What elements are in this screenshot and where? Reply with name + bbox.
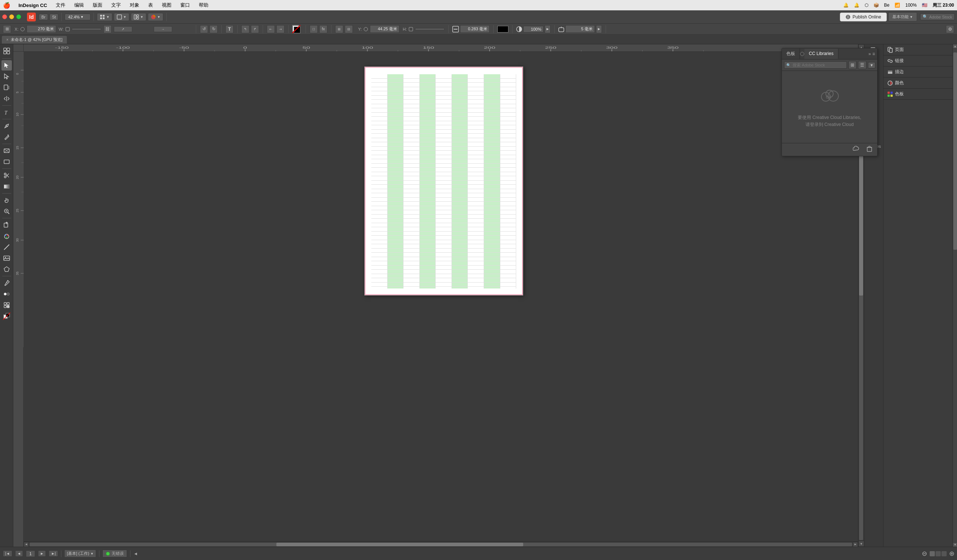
flow-btn1[interactable]: ↰ <box>241 25 250 33</box>
frame-options-button[interactable]: ▼ <box>114 13 129 21</box>
image-tool[interactable] <box>2 253 12 263</box>
menu-object[interactable]: 对象 <box>128 1 142 9</box>
polygon-tool[interactable] <box>2 264 12 274</box>
swatches-panel-header[interactable]: 色板 <box>883 89 957 100</box>
opacity-more-btn[interactable]: ▶ <box>545 25 551 33</box>
minimize-traffic-light[interactable] <box>9 14 14 19</box>
cc-footer-delete-btn[interactable] <box>865 145 874 155</box>
flow-btn4[interactable]: ⇢ <box>276 25 284 33</box>
line-tool[interactable] <box>2 242 12 252</box>
cc-dropdown-btn[interactable]: ▼ <box>868 62 875 68</box>
type-tool[interactable]: T <box>2 107 12 117</box>
quick-apply-btn[interactable] <box>2 46 12 56</box>
color-panel-header[interactable]: 颜色 <box>883 77 957 89</box>
scissors-tool[interactable] <box>2 170 12 181</box>
first-page-btn[interactable]: |◄ <box>3 551 12 557</box>
view-mode-1[interactable] <box>930 551 935 556</box>
error-status[interactable]: 无错误 <box>103 550 127 557</box>
y-value[interactable]: 44.25 毫米 <box>370 25 400 33</box>
place-tool[interactable] <box>2 220 12 230</box>
pages-panel-header[interactable]: 页面 <box>883 44 957 55</box>
zoom-out-btn[interactable] <box>922 552 927 556</box>
search-box[interactable]: 🔍 Adobe Stock <box>920 13 955 21</box>
direct-tool2[interactable] <box>2 300 12 310</box>
corner-dropdown-btn[interactable]: ▶ <box>596 25 602 33</box>
hand-tool[interactable] <box>2 195 12 205</box>
cc-grid-view-btn[interactable]: ⊞ <box>848 61 856 69</box>
scrollbar-thumb[interactable] <box>953 52 957 250</box>
cc-panel-menu-btn[interactable]: ≡ <box>872 51 875 57</box>
cc-footer-cloud-btn[interactable] <box>851 145 862 155</box>
menu-edit[interactable]: 编辑 <box>72 1 86 9</box>
menu-help[interactable]: 帮助 <box>197 1 211 9</box>
zoom-in-btn[interactable] <box>950 552 954 556</box>
view-options-button[interactable]: ▼ <box>97 13 112 21</box>
fill-indicator[interactable] <box>2 311 12 321</box>
h-value[interactable] <box>415 28 444 30</box>
scroll-down-btn[interactable]: ▼ <box>858 541 864 547</box>
scroll-left-btn[interactable]: ◄ <box>24 542 29 547</box>
corner-value[interactable]: 5 毫米 <box>565 25 595 33</box>
swatches-tab[interactable]: 色板 <box>782 48 800 59</box>
flow-btn3[interactable]: ⇠ <box>267 25 275 33</box>
pen-tool[interactable] <box>2 121 12 131</box>
transform-btn2[interactable]: → <box>154 26 172 32</box>
cc-list-view-btn[interactable]: ☰ <box>858 61 867 69</box>
last-page-btn[interactable]: ►| <box>49 551 58 557</box>
next-page-btn[interactable]: ► <box>38 551 46 557</box>
gradient-tool[interactable] <box>2 181 12 192</box>
doc-page-wrapper[interactable] <box>24 52 864 547</box>
stroke-value[interactable]: 0.283 毫米 <box>460 25 490 33</box>
align-left-btn[interactable]: ⊞ <box>335 25 343 33</box>
view-mode-2[interactable] <box>936 551 941 556</box>
menu-layout[interactable]: 版面 <box>90 1 104 9</box>
menu-view[interactable]: 视图 <box>160 1 174 9</box>
selection-tool[interactable] <box>2 60 12 71</box>
prev-page-btn[interactable]: ◄ <box>15 551 23 557</box>
doc-tab-close[interactable]: × <box>6 38 8 42</box>
close-traffic-light[interactable] <box>2 14 7 19</box>
transform-grid-icon[interactable]: ⊞ <box>3 25 11 33</box>
fullscreen-traffic-light[interactable] <box>16 14 21 19</box>
zoom-level[interactable]: 42.4% ▼ <box>65 14 90 21</box>
stroke-panel-header[interactable]: 描边 <box>883 66 957 77</box>
rectangle-tool[interactable] <box>2 157 12 167</box>
stock-icon[interactable]: 📦 <box>873 3 879 8</box>
cc-libraries-tab[interactable]: CC Libraries <box>804 49 839 59</box>
notification2-icon[interactable]: 🔔 <box>854 3 859 8</box>
gap-tool[interactable] <box>2 93 12 104</box>
flow-btn2[interactable]: ↱ <box>251 25 259 33</box>
menu-text[interactable]: 文字 <box>109 1 123 9</box>
color-mode-button[interactable]: ▼ <box>148 13 163 21</box>
blend-tool[interactable] <box>2 289 12 299</box>
creative-cloud-icon[interactable]: ⬡ <box>865 3 868 8</box>
redo-btn[interactable]: ↻ <box>210 25 218 33</box>
link-dimensions-btn[interactable]: ⛓ <box>103 25 112 33</box>
eyedropper-tool[interactable] <box>2 278 12 288</box>
horizontal-scrollbar[interactable]: ◄ ► <box>24 541 858 547</box>
notification-icon[interactable]: 🔔 <box>843 3 849 8</box>
transform-btn1[interactable]: ↗ <box>114 26 132 32</box>
undo-btn[interactable]: ↺ <box>200 25 208 33</box>
behance-icon[interactable]: Be <box>884 3 890 8</box>
menu-file[interactable]: 文件 <box>54 1 68 9</box>
fill-swatch[interactable] <box>292 25 302 33</box>
wifi-icon[interactable]: 📶 <box>895 3 900 8</box>
color-theme-tool[interactable] <box>2 231 12 241</box>
page-tool[interactable] <box>2 82 12 93</box>
opacity-btn[interactable]: fx <box>319 25 327 33</box>
current-page-num[interactable]: 1 <box>26 551 35 557</box>
rotate-value[interactable] <box>134 28 152 30</box>
cc-search-input[interactable] <box>784 62 847 69</box>
direct-selection-tool[interactable] <box>2 71 12 82</box>
cc-panel-expand-btn[interactable]: » <box>868 51 871 57</box>
zoom-tool[interactable] <box>2 206 12 216</box>
menu-window[interactable]: 窗口 <box>178 1 192 9</box>
apple-menu[interactable]: 🍎 <box>3 2 10 9</box>
scrollbar-up-arrow[interactable]: ▲ <box>953 44 957 49</box>
stroke-color-swatch[interactable] <box>497 26 509 33</box>
x-value[interactable]: 270 毫米 <box>27 25 56 33</box>
publish-online-button[interactable]: Publish Online <box>840 13 886 21</box>
scroll-left-indicator[interactable]: ◄ <box>133 551 138 556</box>
w-value[interactable] <box>72 28 101 30</box>
